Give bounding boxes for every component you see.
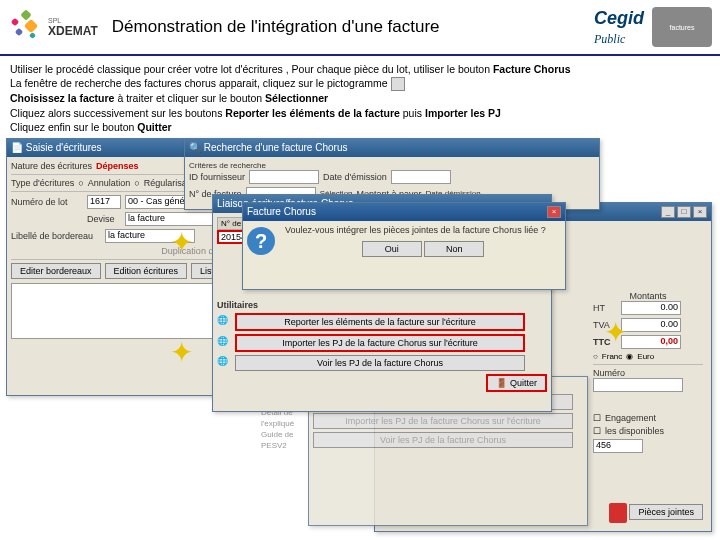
edition-ecritures-button[interactable]: Edition écritures [105,263,188,279]
voir-back-button[interactable]: Voir les PJ de la facture Chorus [313,432,573,448]
radio-regul[interactable]: ○ [134,178,139,188]
guide-label: Guide de [261,429,294,440]
cegid-public-text: Public [594,32,625,46]
numero-label: Numéro [593,368,703,378]
editer-bordereaux-button[interactable]: Editer bordereaux [11,263,101,279]
instr-l5a: Cliquez enfin sur le bouton [10,121,137,133]
search-pictogram-icon [391,77,405,91]
dispo-label: les disponibles [605,426,664,436]
exit-icon: 🚪 [496,378,507,388]
devise-label: Devise [87,214,121,224]
question-icon: ? [247,227,275,255]
numero-input[interactable] [593,378,683,392]
close-icon[interactable]: × [693,206,707,218]
date-emission-input[interactable] [391,170,451,184]
libelle-label: Libellé de bordereau [11,231,101,241]
instr-l1b: Facture Chorus [493,63,571,75]
franc-label: Franc [602,352,622,361]
engagement-label: Engagement [605,413,656,423]
date-emission-label: Date d'émission [323,172,387,182]
radio-annulation[interactable]: ○ [78,178,83,188]
dialog-close-icon[interactable]: × [547,206,561,218]
instr-l4a: Cliquez alors successivement sur les bou… [10,107,225,119]
dialog-message: Voulez-vous intégrer les pièces jointes … [285,225,561,235]
instr-l3b: à traiter et cliquer sur le bouton [117,92,265,104]
titlebar-saisie-text: Saisie d'écritures [26,142,102,153]
titlebar-dialog-text: Facture Chorus [247,206,316,217]
utilitaires-header: Utilitaires [217,300,258,310]
globe-icon-2: 🌐 [217,336,231,350]
instr-l4b: Reporter les éléments de la facture [225,107,400,119]
cegid-logo-text: Cegid [594,8,644,28]
devise-input[interactable]: la facture [125,212,215,226]
oui-button[interactable]: Oui [362,241,422,257]
instr-l2a: La fenêtre de recherche des factures cho… [10,77,388,89]
nature-value: Dépenses [96,161,139,171]
montants-label: Montants [593,291,703,301]
annulation-label: Annulation [88,178,131,188]
titlebar-dialog: Facture Chorus × [243,203,565,221]
numlot-input[interactable]: 1617 [87,195,121,209]
reporter-button[interactable]: Reporter les éléments de la facture sur … [235,313,525,331]
voir-pj-button[interactable]: Voir les PJ de la facture Chorus [235,355,525,371]
star-icon-2: ✦ [170,336,193,369]
maximize-icon[interactable]: □ [677,206,691,218]
nature-label: Nature des écritures [11,161,92,171]
page-title: Démonstration de l'intégration d'une fac… [112,17,594,37]
pdf-icon [609,503,627,523]
minimize-icon[interactable]: _ [661,206,675,218]
doc-icon: 📄 [11,142,23,153]
idfourn-input[interactable] [249,170,319,184]
instr-l3a: Choisissez la facture [10,92,114,104]
radio-euro[interactable]: ◉ [626,352,633,361]
instr-l4c: puis [403,107,425,119]
titlebar-recherche: 🔍 Recherche d'une facture Chorus [185,139,599,157]
factures-badge: factures [652,7,712,47]
instr-l4d: Importer les PJ [425,107,501,119]
instr-l5b: Quitter [137,121,171,133]
type-label: Type d'écritures [11,178,74,188]
globe-icon: 🌐 [217,315,231,329]
instr-l3c: Sélectionner [265,92,328,104]
screenshot-canvas: _ □ × Montants HT0.00 TVA0.00 TTC0,00 ○F… [6,138,714,540]
search-window-icon: 🔍 [189,142,201,153]
dispo-checkbox[interactable]: ☐ [593,426,601,436]
numlot-label: Numéro de lot [11,197,83,207]
pieces-jointes-button[interactable]: Pièces jointes [629,504,703,520]
globe-icon-3: 🌐 [217,356,231,370]
logo-spl-text: SPL [48,17,98,24]
pesv2-label: PESV2 [261,440,294,451]
logo-xdemat-text: XDEMAT [48,24,98,38]
quitter-label: Quitter [510,378,537,388]
idfourn-label: ID fournisseur [189,172,245,182]
importer-back-button[interactable]: Importer les PJ de la facture Chorus sur… [313,413,573,429]
factures-badge-text: factures [670,24,695,31]
radio-franc[interactable]: ○ [593,352,598,361]
star-icon-1: ✦ [170,226,193,259]
star-icon-3: ✦ [604,316,627,349]
engagement-checkbox[interactable]: ☐ [593,413,601,423]
non-button[interactable]: Non [424,241,484,257]
instr-l1a: Utiliser le procédé classique pour créer… [10,63,493,75]
dialog-confirm: Facture Chorus × ? Voulez-vous intégrer … [242,202,566,290]
quitter-button[interactable]: 🚪 Quitter [486,374,547,392]
criteres-label: Critères de recherche [189,161,595,170]
logo-dots-icon [8,9,44,45]
ht-value[interactable]: 0.00 [621,301,681,315]
explique-label: l'expliqué [261,418,294,429]
importer-button[interactable]: Importer les PJ de la facture Chorus sur… [235,334,525,352]
ht-label: HT [593,303,617,313]
logo-xdemat: SPL XDEMAT [8,9,98,45]
ttc-value[interactable]: 0,00 [621,335,681,349]
page-header: SPL XDEMAT Démonstration de l'intégratio… [0,0,720,56]
titlebar-recherche-text: Recherche d'une facture Chorus [204,142,348,153]
tva-value[interactable]: 0.00 [621,318,681,332]
euro-label: Euro [637,352,654,361]
logo-right-group: Cegid Public factures [594,7,712,47]
instructions-block: Utiliser le procédé classique pour créer… [0,56,720,136]
valeur-input[interactable]: 456 [593,439,643,453]
